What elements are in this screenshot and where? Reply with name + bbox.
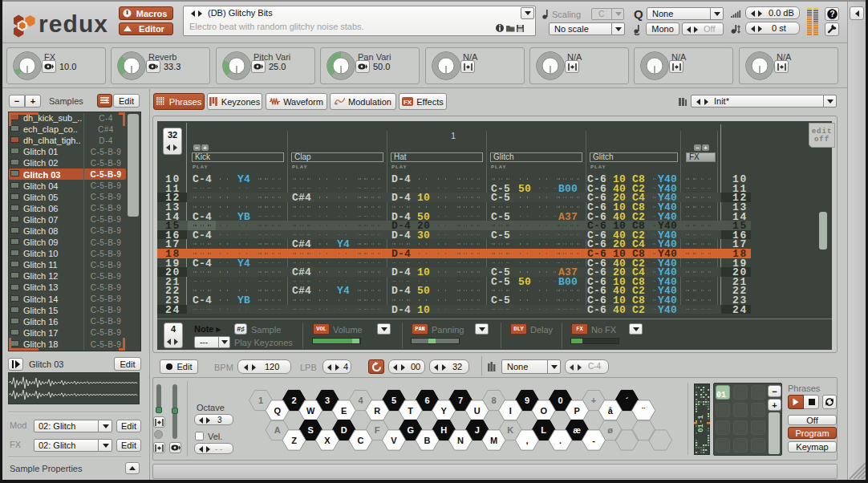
svg-text:å: å (608, 406, 614, 416)
svg-text:N: N (457, 436, 464, 445)
svg-text:F: F (375, 425, 380, 435)
svg-text:5: 5 (391, 396, 396, 405)
svg-text:C: C (358, 436, 364, 445)
svg-text:T: T (408, 406, 413, 416)
svg-text:X: X (324, 436, 331, 445)
svg-text:+: + (591, 396, 596, 405)
svg-text:4: 4 (358, 396, 363, 405)
svg-text:3: 3 (325, 396, 330, 405)
svg-text:,: , (525, 436, 528, 445)
svg-text:E: E (341, 406, 347, 416)
svg-text:6: 6 (424, 396, 429, 405)
svg-text:æ: æ (573, 425, 581, 435)
svg-text:redux: redux (39, 10, 107, 37)
svg-text:Y: Y (441, 406, 448, 416)
svg-text:U: U (474, 406, 481, 416)
svg-text:R: R (374, 406, 380, 416)
svg-text:1: 1 (258, 396, 263, 405)
svg-text:8: 8 (491, 396, 496, 405)
svg-text:O: O (540, 406, 547, 416)
svg-text:´: ´ (626, 396, 629, 405)
svg-text:P: P (574, 406, 580, 416)
svg-text:7: 7 (458, 396, 463, 405)
svg-text:J: J (475, 425, 480, 435)
svg-text:9: 9 (525, 396, 529, 405)
svg-text:0: 0 (558, 396, 562, 405)
svg-text:ø: ø (607, 425, 613, 435)
svg-text:?: ? (829, 10, 834, 18)
svg-text:FX: FX (404, 99, 412, 106)
svg-text:A: A (274, 425, 281, 435)
svg-text:K: K (507, 425, 513, 435)
svg-text:V: V (391, 436, 397, 445)
svg-text:G: G (407, 425, 414, 435)
svg-text:W: W (306, 406, 315, 416)
svg-text:I: I (509, 406, 512, 416)
svg-text:2: 2 (291, 396, 296, 405)
svg-text:.: . (559, 436, 562, 445)
svg-text:L: L (541, 425, 546, 435)
svg-text:H: H (440, 425, 447, 435)
svg-text:D: D (341, 425, 347, 435)
svg-text:Q: Q (274, 406, 281, 416)
svg-text:M: M (490, 436, 497, 445)
svg-text:01-1: 01-1 (697, 415, 705, 432)
svg-text:Z: Z (291, 436, 297, 445)
svg-text:S: S (308, 425, 314, 435)
svg-text:-: - (592, 436, 595, 445)
svg-text:¨: ¨ (642, 406, 645, 416)
svg-text:B: B (424, 436, 431, 445)
